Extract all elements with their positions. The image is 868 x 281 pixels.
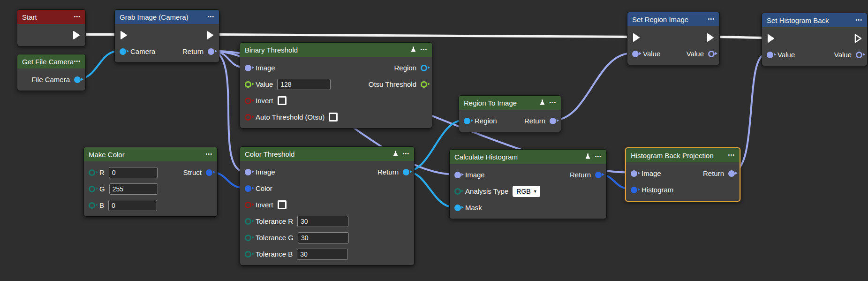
pin-label: R [99, 168, 105, 176]
tolerance-b-input[interactable] [297, 249, 348, 260]
more-menu-icon[interactable]: ••• [595, 154, 602, 159]
invert-checkbox[interactable] [278, 200, 287, 209]
node-header[interactable]: Set Region Image ••• [627, 12, 719, 26]
node-title: Calculate Histogram [454, 153, 585, 161]
pin-tolerance-g-input[interactable] [245, 235, 251, 241]
node-histogram-back-projection[interactable]: Histogram Back Projection ••• Image Retu… [625, 147, 740, 202]
pin-image-input[interactable] [631, 170, 637, 177]
pin-invert-input[interactable] [245, 98, 251, 104]
more-menu-icon[interactable]: ••• [205, 152, 212, 157]
pin-auto-threshold-input[interactable] [245, 114, 251, 121]
b-input[interactable] [108, 200, 157, 211]
node-start[interactable]: Start ••• [17, 9, 86, 46]
pin-label: Tolerance B [256, 250, 293, 258]
pin-return-output[interactable] [728, 170, 735, 177]
node-header[interactable]: Grab Image (Camera) ••• [115, 10, 219, 24]
exec-out-pin[interactable] [854, 33, 862, 44]
node-header[interactable]: Histogram Back Projection ••• [626, 148, 740, 162]
pin-return-output[interactable] [550, 118, 556, 124]
pin-r-input[interactable] [89, 169, 95, 176]
pin-value-input[interactable] [632, 51, 639, 57]
node-calculate-histogram[interactable]: Calculate Histogram ••• Image Return [449, 149, 607, 219]
pin-label: Auto Threshold (Otsu) [256, 113, 325, 121]
pin-label: G [99, 185, 105, 193]
pin-label: Otsu Threshold [369, 80, 416, 88]
more-menu-icon[interactable]: ••• [855, 17, 862, 23]
node-binary-threshold[interactable]: Binary Threshold ••• Image Region [240, 42, 432, 129]
pin-region-input[interactable] [464, 118, 470, 124]
pin-color-input[interactable] [245, 185, 251, 192]
pin-otsu-threshold-output[interactable] [421, 81, 427, 88]
pin-value-output[interactable] [856, 52, 862, 58]
pin-invert-input[interactable] [245, 202, 251, 208]
node-header[interactable]: Region To Image ••• [459, 96, 561, 110]
more-menu-icon[interactable]: ••• [207, 14, 214, 19]
more-menu-icon[interactable]: ••• [708, 16, 715, 22]
more-menu-icon[interactable]: ••• [402, 151, 409, 156]
pin-return-output[interactable] [403, 169, 409, 175]
more-menu-icon[interactable]: ••• [420, 47, 427, 52]
wire-region-to-image-return-to-set-region-value[interactable] [553, 53, 632, 121]
pin-return-output[interactable] [208, 48, 214, 55]
value-input[interactable] [277, 79, 331, 90]
wire-exec-set-region-image-to-set-histogram-back[interactable] [713, 37, 767, 38]
pin-value-output[interactable] [708, 51, 715, 57]
node-header[interactable]: Start ••• [17, 10, 85, 24]
g-input[interactable] [109, 183, 158, 195]
pin-struct-output[interactable] [206, 169, 212, 176]
node-header[interactable]: Color Threshold ••• [240, 147, 414, 161]
node-color-threshold[interactable]: Color Threshold ••• Image Return [240, 146, 415, 266]
more-menu-icon[interactable]: ••• [74, 14, 81, 19]
pin-image-input[interactable] [454, 172, 461, 178]
pin-label: Image [256, 64, 275, 72]
flask-icon [539, 99, 545, 107]
node-editor-canvas[interactable]: Start ••• Get File Camera ••• File Camer… [0, 0, 868, 281]
exec-out-pin[interactable] [72, 30, 81, 40]
pin-label: Region [475, 117, 497, 125]
node-set-histogram-back[interactable]: Set Histogram Back ••• Valu [762, 13, 868, 66]
more-menu-icon[interactable]: ••• [728, 152, 735, 158]
pin-tolerance-r-input[interactable] [245, 218, 251, 225]
node-header[interactable]: Get File Camera ••• [17, 54, 85, 68]
pin-image-input[interactable] [245, 65, 251, 71]
pin-tolerance-b-input[interactable] [245, 251, 251, 258]
node-make-color[interactable]: Make Color ••• R Struct G [83, 147, 218, 217]
node-header[interactable]: Make Color ••• [84, 147, 217, 161]
node-grab-image-camera[interactable]: Grab Image (Camera) ••• Cam [114, 9, 219, 63]
node-header[interactable]: Set Histogram Back ••• [762, 13, 867, 27]
more-menu-icon[interactable]: ••• [549, 100, 556, 105]
pin-value-input[interactable] [767, 52, 773, 58]
pin-camera-input[interactable] [120, 48, 126, 55]
pin-label: Return [524, 117, 545, 125]
pin-histogram-input[interactable] [631, 187, 637, 193]
exec-in-pin[interactable] [767, 33, 775, 44]
node-header[interactable]: Calculate Histogram ••• [450, 150, 606, 164]
tolerance-g-input[interactable] [298, 232, 349, 243]
pin-label: Invert [256, 97, 273, 105]
pin-value-input[interactable] [245, 81, 251, 88]
node-get-file-camera[interactable]: Get File Camera ••• File Camera [17, 54, 86, 91]
analysis-type-select[interactable]: RGB ▾ [513, 186, 540, 197]
wire-exec-grab-image-to-set-region-image[interactable] [213, 35, 633, 37]
node-region-to-image[interactable]: Region To Image ••• Region Return [459, 95, 561, 132]
exec-out-pin[interactable] [206, 30, 214, 40]
node-set-region-image[interactable]: Set Region Image ••• Value [627, 12, 720, 65]
exec-in-pin[interactable] [632, 32, 641, 43]
tolerance-r-input[interactable] [297, 216, 348, 227]
exec-in-pin[interactable] [120, 30, 128, 40]
more-menu-icon[interactable]: ••• [74, 59, 81, 64]
exec-out-pin[interactable] [706, 32, 715, 43]
pin-image-input[interactable] [245, 169, 251, 175]
invert-checkbox[interactable] [278, 96, 287, 105]
pin-file-camera-output[interactable] [74, 76, 81, 83]
pin-label: Value [777, 51, 795, 59]
r-input[interactable] [109, 167, 158, 178]
node-header[interactable]: Binary Threshold ••• [240, 43, 432, 57]
pin-g-input[interactable] [89, 186, 95, 192]
pin-region-output[interactable] [421, 65, 427, 71]
auto-threshold-checkbox[interactable] [329, 113, 338, 122]
pin-b-input[interactable] [89, 202, 95, 209]
pin-mask-input[interactable] [454, 205, 461, 211]
pin-analysis-type-input[interactable] [454, 188, 461, 195]
pin-return-output[interactable] [595, 172, 602, 178]
